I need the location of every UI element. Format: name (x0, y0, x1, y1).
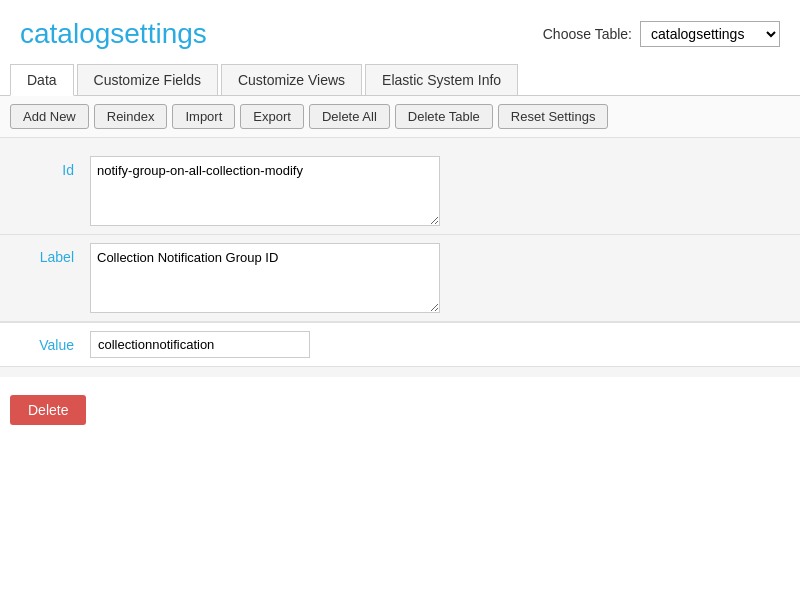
choose-table-label: Choose Table: (543, 26, 632, 42)
tab-customize-views[interactable]: Customize Views (221, 64, 362, 95)
choose-table-area: Choose Table: catalogsettings (543, 21, 780, 47)
delete-all-button[interactable]: Delete All (309, 104, 390, 129)
value-input[interactable] (90, 331, 310, 358)
label-label: Label (10, 243, 90, 265)
toolbar: Add New Reindex Import Export Delete All… (0, 96, 800, 138)
add-new-button[interactable]: Add New (10, 104, 89, 129)
tab-elastic-system-info[interactable]: Elastic System Info (365, 64, 518, 95)
value-label: Value (10, 331, 90, 353)
tabs-bar: Data Customize Fields Customize Views El… (0, 64, 800, 96)
reset-settings-button[interactable]: Reset Settings (498, 104, 609, 129)
reindex-button[interactable]: Reindex (94, 104, 168, 129)
label-textarea[interactable]: Collection Notification Group ID (90, 243, 440, 313)
top-bar: catalogsettings Choose Table: catalogset… (0, 0, 800, 60)
tab-data[interactable]: Data (10, 64, 74, 96)
tab-customize-fields[interactable]: Customize Fields (77, 64, 218, 95)
delete-button-area: Delete (0, 377, 800, 443)
choose-table-select[interactable]: catalogsettings (640, 21, 780, 47)
label-row: Label Collection Notification Group ID (0, 235, 800, 322)
id-row: Id notify-group-on-all-collection-modify (0, 148, 800, 235)
delete-button[interactable]: Delete (10, 395, 86, 425)
id-textarea[interactable]: notify-group-on-all-collection-modify (90, 156, 440, 226)
value-row: Value (0, 322, 800, 367)
import-button[interactable]: Import (172, 104, 235, 129)
page-title: catalogsettings (20, 18, 207, 50)
id-label: Id (10, 156, 90, 178)
form-area: Id notify-group-on-all-collection-modify… (0, 138, 800, 377)
delete-table-button[interactable]: Delete Table (395, 104, 493, 129)
export-button[interactable]: Export (240, 104, 304, 129)
